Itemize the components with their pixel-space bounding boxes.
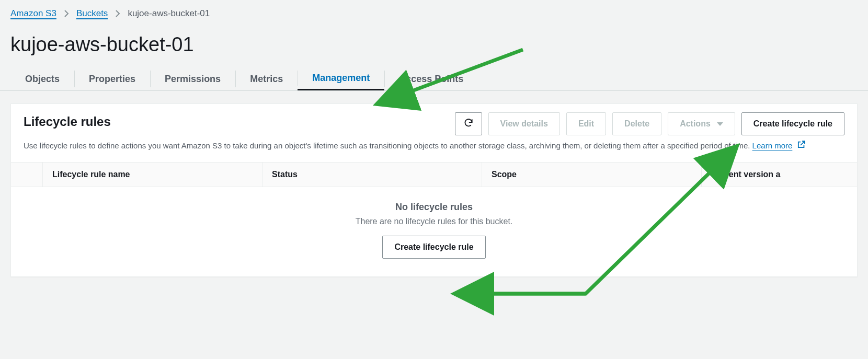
panel-description-text: Use lifecycle rules to define actions yo… [24, 141, 752, 150]
breadcrumb-current: kujoe-aws-bucket-01 [128, 8, 210, 19]
refresh-button[interactable] [455, 112, 482, 135]
refresh-icon [463, 118, 474, 130]
panel-actions: View details Edit Delete Actions Create … [455, 112, 844, 135]
empty-title: No lifecycle rules [11, 202, 857, 213]
tab-properties[interactable]: Properties [74, 67, 150, 90]
delete-button[interactable]: Delete [612, 112, 661, 135]
th-select [11, 163, 42, 187]
table-header: Lifecycle rule name Status Scope Current… [11, 162, 857, 187]
chevron-right-icon [64, 10, 69, 17]
chevron-right-icon [115, 10, 120, 17]
create-lifecycle-rule-button-empty[interactable]: Create lifecycle rule [382, 236, 485, 259]
view-details-button[interactable]: View details [488, 112, 560, 135]
actions-button[interactable]: Actions [668, 112, 735, 135]
th-name: Lifecycle rule name [42, 163, 262, 187]
breadcrumb-root[interactable]: Amazon S3 [10, 8, 56, 19]
th-scope: Scope [482, 163, 701, 187]
th-current-version: Current version a [701, 163, 868, 187]
external-link-icon [797, 140, 806, 152]
panel-description: Use lifecycle rules to define actions yo… [11, 140, 857, 162]
tab-permissions[interactable]: Permissions [150, 67, 235, 90]
lifecycle-panel: Lifecycle rules View details Edit Delete… [10, 103, 858, 277]
breadcrumb-buckets[interactable]: Buckets [76, 8, 108, 19]
tab-access-points[interactable]: Access Points [384, 67, 478, 90]
panel-title: Lifecycle rules [24, 112, 447, 129]
actions-label: Actions [680, 119, 711, 129]
tab-management[interactable]: Management [298, 67, 384, 90]
tabs: Objects Properties Permissions Metrics M… [0, 67, 868, 91]
page-title: kujoe-aws-bucket-01 [0, 19, 868, 67]
horizontal-scrollbar[interactable] [10, 284, 858, 294]
empty-subtitle: There are no lifecycle rules for this bu… [11, 217, 857, 226]
edit-button[interactable]: Edit [566, 112, 606, 135]
tab-objects[interactable]: Objects [10, 67, 74, 90]
tab-metrics[interactable]: Metrics [235, 67, 298, 90]
learn-more-link[interactable]: Learn more [752, 141, 793, 150]
th-status: Status [262, 163, 482, 187]
create-lifecycle-rule-button[interactable]: Create lifecycle rule [741, 112, 844, 135]
breadcrumb: Amazon S3 Buckets kujoe-aws-bucket-01 [0, 8, 868, 19]
empty-state: No lifecycle rules There are no lifecycl… [11, 187, 857, 276]
caret-down-icon [717, 122, 723, 126]
